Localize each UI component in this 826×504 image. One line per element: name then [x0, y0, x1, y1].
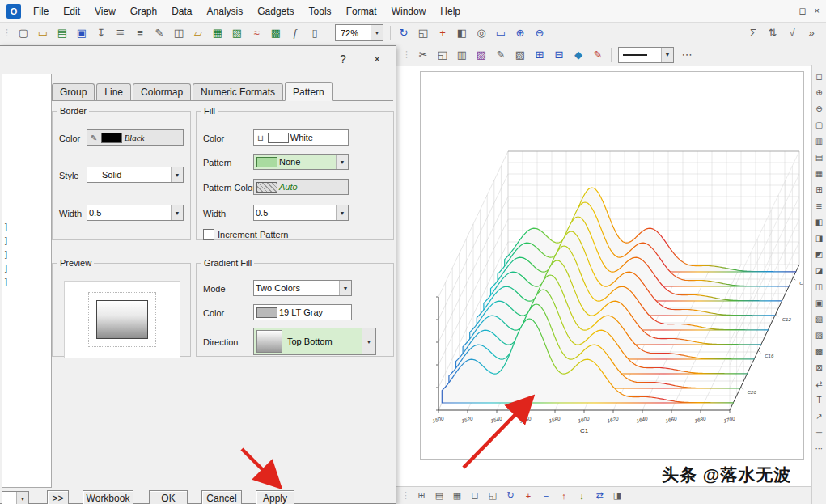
import-ascii-icon[interactable]: ≣ — [112, 24, 129, 42]
arrow-tool-icon[interactable]: ↗ — [812, 409, 826, 423]
tree-item[interactable]: ] — [5, 235, 7, 245]
more-tools-icon[interactable]: ⋯ — [812, 441, 826, 455]
digitizer-icon[interactable]: ✎ — [150, 24, 168, 42]
sort-icon[interactable]: ⇅ — [764, 24, 782, 42]
layer-management-icon[interactable]: ⊠ — [812, 360, 826, 375]
apply-button[interactable]: Apply — [256, 490, 294, 504]
exchange-axes-icon[interactable]: ⇄ — [591, 488, 608, 504]
menu-format[interactable]: Format — [339, 2, 384, 20]
more-format-icon[interactable]: ⋯ — [678, 46, 696, 64]
menu-analysis[interactable]: Analysis — [200, 2, 251, 20]
move-up-icon[interactable]: ↑ — [556, 488, 572, 504]
add-xy-scale-icon[interactable]: ⊞ — [812, 182, 826, 197]
gradient-mode-combo[interactable]: Two Colors ▼ — [253, 280, 352, 296]
menu-tools[interactable]: Tools — [302, 2, 339, 20]
tab-colormap[interactable]: Colormap — [133, 83, 191, 100]
reconstruct-legend-icon[interactable]: ▦ — [812, 166, 826, 180]
zoom-out-page-icon[interactable]: ⊖ — [812, 101, 826, 116]
menu-edit[interactable]: Edit — [56, 2, 87, 20]
sum-icon[interactable]: Σ — [744, 24, 762, 42]
import-wizard-icon[interactable]: ↧ — [92, 24, 110, 42]
fit-page-icon[interactable]: ◻ — [467, 488, 483, 504]
tree-item[interactable]: ] — [5, 277, 7, 286]
tab-group[interactable]: Group — [52, 83, 95, 100]
menu-window[interactable]: Window — [384, 2, 434, 20]
chevron-down-icon[interactable]: ▼ — [16, 492, 28, 504]
border-style-combo[interactable]: — Solid ▼ — [87, 167, 184, 183]
chevron-down-icon[interactable]: ▼ — [171, 205, 183, 220]
fill-width-combo[interactable]: 0.5 ▼ — [253, 205, 349, 221]
dialog-close-button[interactable]: × — [368, 51, 386, 67]
menu-graph[interactable]: Graph — [123, 2, 164, 20]
new-layer-bottom-x-icon[interactable]: ◧ — [812, 214, 826, 229]
paste-format-icon[interactable]: ▧ — [511, 46, 529, 64]
refresh-icon[interactable]: ↻ — [395, 24, 413, 42]
new-workbook-icon[interactable]: ▦ — [209, 24, 227, 42]
tab-line[interactable]: Line — [96, 83, 131, 100]
duplicate-graph-icon[interactable]: ◱ — [485, 488, 501, 504]
fill-color-combo[interactable]: ⊔ White — [253, 129, 349, 146]
increment-pattern-checkbox[interactable] — [203, 229, 214, 240]
exchange-xy-icon[interactable]: ⇄ — [812, 376, 826, 391]
zoom-in-page-icon[interactable]: ⊕ — [812, 85, 826, 100]
ungroup-icon[interactable]: ⊟ — [550, 46, 568, 64]
toolbar-grip[interactable]: ⋮ — [402, 49, 411, 60]
tab-pattern[interactable]: Pattern — [285, 82, 333, 101]
remove-plot-icon[interactable]: − — [538, 488, 554, 504]
chevron-down-icon[interactable]: ▼ — [661, 48, 673, 62]
tree-item[interactable]: ] — [5, 222, 7, 231]
gradient-direction-combo[interactable]: Top Bottom ▼ — [253, 328, 376, 355]
new-matrix-icon[interactable]: ▩ — [267, 24, 285, 42]
tree-item[interactable]: ] — [5, 263, 7, 273]
workbook-button[interactable]: Workbook — [83, 490, 133, 504]
cancel-button[interactable]: Cancel — [201, 490, 242, 504]
new-graph-icon[interactable]: ≈ — [248, 24, 265, 42]
theme-gallery-icon[interactable]: ▨ — [472, 46, 490, 64]
open-excel-icon[interactable]: ▤ — [53, 24, 71, 42]
toolbar-grip[interactable]: ⋮ — [2, 28, 11, 38]
zoom-in-icon[interactable]: ⊕ — [511, 24, 529, 42]
copy-format-icon[interactable]: ✎ — [492, 46, 510, 64]
snapshot-icon[interactable]: ◫ — [170, 24, 188, 42]
more-buttons-icon[interactable]: » — [803, 24, 820, 42]
add-inset-icon[interactable]: ◫ — [812, 279, 826, 294]
border-color-combo[interactable]: ✎ Black — [87, 129, 184, 146]
paste-icon[interactable]: ▥ — [453, 46, 471, 64]
move-down-icon[interactable]: ↓ — [574, 488, 590, 504]
group-icon[interactable]: ⊞ — [531, 46, 549, 64]
add-color-scale-icon[interactable]: ▥ — [812, 133, 826, 148]
new-legend-icon[interactable]: ▤ — [812, 150, 826, 164]
tree-item[interactable]: ] — [5, 249, 7, 259]
chevron-down-icon[interactable]: ▼ — [336, 205, 348, 220]
date-time-stamp-icon[interactable]: ≣ — [812, 198, 826, 213]
statistics-icon[interactable]: √ — [783, 24, 801, 42]
print-icon[interactable]: ≡ — [131, 24, 149, 42]
region-select-icon[interactable]: ▭ — [492, 24, 510, 42]
whole-page-icon[interactable]: ▢ — [812, 117, 826, 132]
arrange-layers-icon[interactable]: ▦ — [449, 488, 465, 504]
chevron-down-icon[interactable]: ▼ — [336, 155, 348, 169]
pointer-tool-icon[interactable]: ◎ — [472, 24, 490, 42]
zoom-level-combo[interactable]: 72% ▼ — [335, 24, 383, 41]
extract-to-layers-icon[interactable]: ▧ — [812, 311, 826, 326]
menu-view[interactable]: View — [87, 2, 123, 20]
line-style-combo[interactable]: ▼ — [618, 47, 674, 63]
duplicate-window-icon[interactable]: ◱ — [414, 24, 432, 42]
restore-button[interactable]: ◻ — [798, 6, 806, 16]
new-notes-icon[interactable]: ▯ — [306, 24, 324, 42]
chevron-down-icon[interactable]: ▼ — [339, 281, 351, 295]
minimize-button[interactable]: ─ — [785, 6, 791, 16]
chevron-down-icon[interactable]: ▼ — [362, 328, 375, 354]
add-data-icon[interactable]: + — [434, 24, 451, 42]
dialog-help-button[interactable]: ? — [334, 51, 352, 67]
new-layer-top-x-icon[interactable]: ◩ — [812, 247, 826, 261]
close-button[interactable]: × — [815, 6, 820, 16]
graph-page[interactable]: 1500152015401560158016001620164016601680… — [420, 71, 804, 460]
new-project-icon[interactable]: ▢ — [15, 24, 32, 42]
new-folder-icon[interactable]: ▱ — [189, 24, 207, 42]
fill-pattern-combo[interactable]: None ▼ — [253, 154, 349, 170]
add-plot-icon[interactable]: + — [520, 488, 536, 504]
open-icon[interactable]: ▭ — [34, 24, 52, 42]
copy-icon[interactable]: ◱ — [434, 46, 451, 64]
fill-color-icon[interactable]: ◆ — [570, 46, 587, 64]
